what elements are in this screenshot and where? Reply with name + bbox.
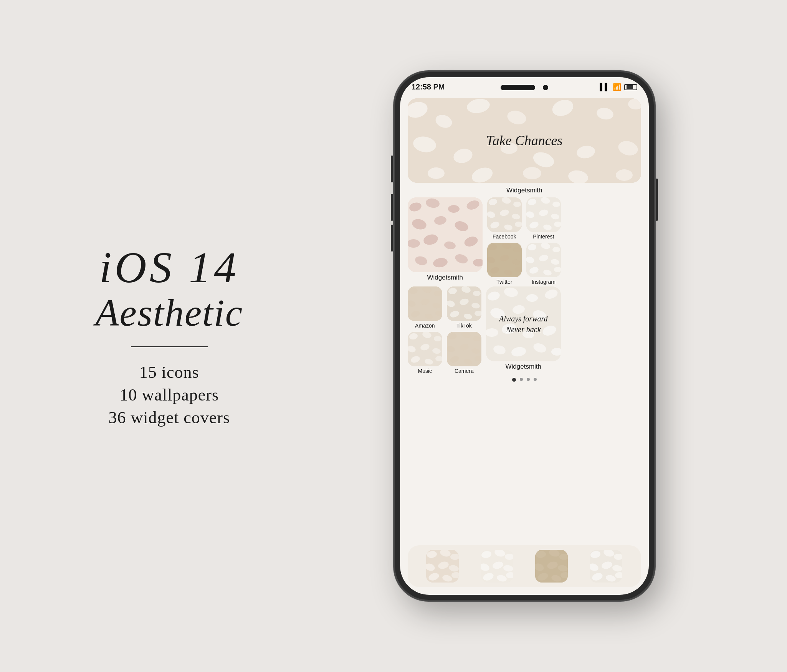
wifi-icon: 📶 bbox=[613, 83, 621, 91]
svg-point-68 bbox=[552, 247, 560, 252]
battery-icon bbox=[624, 84, 637, 90]
dock-leo-2 bbox=[481, 550, 513, 583]
notch-speaker bbox=[501, 85, 535, 90]
instagram-leo-pattern bbox=[526, 243, 561, 277]
twitter-leo-pattern bbox=[487, 243, 522, 277]
facebook-label: Facebook bbox=[493, 233, 516, 240]
pinterest-label: Pinterest bbox=[533, 233, 554, 240]
svg-point-22 bbox=[448, 205, 460, 213]
amazon-tiktok-col: Amazon bbox=[408, 286, 442, 374]
svg-point-118 bbox=[526, 294, 538, 302]
svg-point-16 bbox=[523, 167, 541, 179]
widgetsmith-always-forward: Always forward Never back Widgetsmith bbox=[486, 286, 561, 374]
dock bbox=[408, 545, 641, 587]
icon-grid-2x2: Facebook bbox=[487, 197, 561, 285]
svg-point-108 bbox=[473, 336, 481, 341]
app-icon-instagram[interactable]: Instagram bbox=[526, 243, 561, 285]
twitter-label: Twitter bbox=[496, 279, 512, 285]
camera-label: Camera bbox=[455, 368, 474, 374]
left-panel: iOS 14 Aesthetic 15 icons 10 wallpapers … bbox=[38, 245, 300, 428]
notch-camera bbox=[543, 85, 548, 90]
dock-icon-2[interactable] bbox=[481, 550, 513, 583]
row-2: Widgetsmith bbox=[408, 197, 641, 285]
amazon-leo-pattern bbox=[408, 286, 442, 321]
icon-row-1: Facebook bbox=[487, 197, 561, 240]
app-icon-camera[interactable]: Camera bbox=[447, 332, 481, 374]
title-divider bbox=[131, 346, 208, 347]
svg-point-48 bbox=[552, 202, 560, 207]
dock-icon-4[interactable] bbox=[590, 550, 622, 583]
page-dots bbox=[408, 378, 641, 382]
svg-point-78 bbox=[434, 291, 441, 296]
dock-icon-1[interactable] bbox=[426, 550, 459, 583]
app-icon-tiktok[interactable]: TikTok bbox=[447, 286, 481, 329]
features-list: 15 icons 10 wallpapers 36 widget covers bbox=[108, 362, 230, 427]
facebook-leo-pattern bbox=[487, 197, 522, 232]
camera-leo-pattern bbox=[447, 332, 481, 366]
tiktok-label: TikTok bbox=[456, 323, 472, 329]
app-icon-music[interactable]: Music bbox=[408, 332, 442, 374]
music-leo-pattern bbox=[408, 332, 442, 366]
dot-3 bbox=[527, 378, 530, 381]
phone-notch bbox=[501, 85, 548, 90]
pinterest-leo-pattern bbox=[526, 197, 561, 232]
svg-point-38 bbox=[513, 202, 521, 207]
row-3: Amazon bbox=[408, 286, 641, 374]
widgetsmith-label-2: Widgetsmith bbox=[427, 274, 463, 281]
widget-always-forward[interactable]: Always forward Never back bbox=[486, 286, 561, 361]
svg-point-18 bbox=[616, 169, 633, 181]
widgetsmith-medium-col: Widgetsmith bbox=[408, 197, 483, 285]
feature-icons: 15 icons bbox=[139, 362, 199, 382]
dot-2 bbox=[520, 378, 523, 381]
status-icons: ▌▌ 📶 bbox=[600, 83, 637, 91]
signal-icon: ▌▌ bbox=[600, 83, 610, 91]
phone-outer: 12:58 PM ▌▌ 📶 bbox=[394, 71, 655, 601]
widget-large-top[interactable]: Take Chances bbox=[408, 98, 641, 183]
dot-4 bbox=[534, 378, 537, 381]
dock-icon-3[interactable] bbox=[535, 550, 568, 583]
always-forward-text: Always forward Never back bbox=[486, 310, 561, 339]
phone-screen: 12:58 PM ▌▌ 📶 bbox=[400, 77, 649, 595]
amazon-label: Amazon bbox=[415, 323, 435, 329]
screen-content: Take Chances Widgetsmith bbox=[408, 98, 641, 560]
leopard-pink-pattern bbox=[408, 197, 483, 272]
status-time: 12:58 PM bbox=[412, 83, 445, 91]
widgetsmith-label-3: Widgetsmith bbox=[506, 363, 542, 371]
right-panel: 12:58 PM ▌▌ 📶 bbox=[300, 71, 749, 601]
app-icon-facebook[interactable]: Facebook bbox=[487, 197, 522, 240]
phone-mockup: 12:58 PM ▌▌ 📶 bbox=[394, 71, 655, 601]
tiktok-leo-pattern bbox=[447, 286, 481, 321]
instagram-label: Instagram bbox=[532, 279, 556, 285]
tiktok-camera-col: TikTok bbox=[447, 286, 481, 374]
icon-row-2: Twitter bbox=[487, 243, 561, 285]
feature-wallpapers: 10 wallpapers bbox=[119, 385, 219, 405]
svg-point-98 bbox=[473, 291, 481, 296]
app-icon-pinterest[interactable]: Pinterest bbox=[526, 197, 561, 240]
aesthetic-title: Aesthetic bbox=[96, 291, 243, 335]
dock-leo-4 bbox=[590, 550, 622, 583]
dot-1 bbox=[512, 378, 516, 382]
widget-script-take-chances: Take Chances bbox=[486, 132, 563, 149]
widget-medium-pink[interactable] bbox=[408, 197, 483, 272]
dock-leo-1 bbox=[426, 550, 459, 583]
svg-point-88 bbox=[434, 336, 441, 341]
dock-leo-3 bbox=[535, 550, 568, 583]
app-icon-amazon[interactable]: Amazon bbox=[408, 286, 442, 329]
svg-point-58 bbox=[513, 247, 521, 252]
ios-title: iOS 14 bbox=[99, 245, 239, 291]
page-container: iOS 14 Aesthetic 15 icons 10 wallpapers … bbox=[0, 0, 787, 672]
app-icon-twitter[interactable]: Twitter bbox=[487, 243, 522, 285]
svg-point-14 bbox=[428, 167, 445, 179]
widgetsmith-label-1: Widgetsmith bbox=[408, 187, 641, 194]
feature-widgets: 36 widget covers bbox=[108, 408, 230, 427]
music-label: Music bbox=[418, 368, 432, 374]
